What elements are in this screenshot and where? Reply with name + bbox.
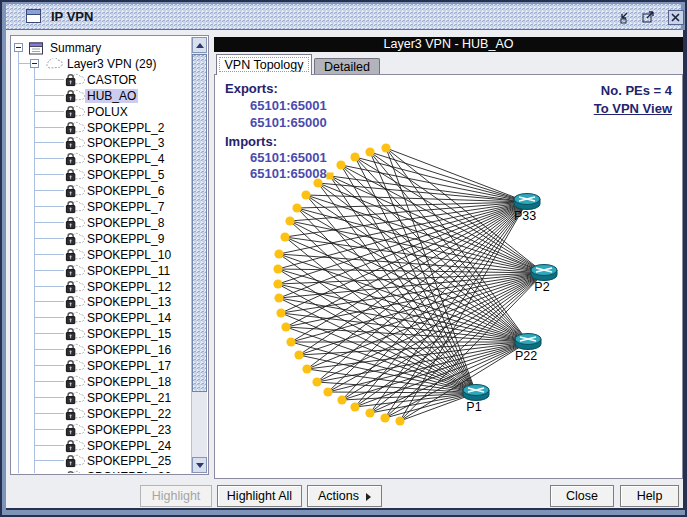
tree-item-spokeppl_22[interactable]: SPOKEPPL_22 bbox=[12, 406, 192, 422]
tab-vpn-topology[interactable]: VPN Topology bbox=[216, 54, 312, 75]
tree-item-spokeppl_15[interactable]: SPOKEPPL_15 bbox=[12, 326, 192, 342]
site-node[interactable] bbox=[301, 190, 310, 199]
topology-canvas[interactable]: P33P2P22P1 bbox=[215, 75, 682, 478]
tree-item-layer3-vpn[interactable]: Layer3 VPN (29) bbox=[12, 56, 192, 72]
tree-item-spokeppl_12[interactable]: SPOKEPPL_12 bbox=[12, 279, 192, 295]
site-node[interactable] bbox=[302, 364, 311, 373]
tree-item-spokeppl_4[interactable]: SPOKEPPL_4 bbox=[12, 151, 192, 167]
tree-item-summary[interactable]: Summary bbox=[12, 40, 192, 56]
tree-item-castor[interactable]: CASTOR bbox=[12, 72, 192, 88]
tree-item-spokeppl_17[interactable]: SPOKEPPL_17 bbox=[12, 358, 192, 374]
tree-item-spokeppl_2[interactable]: SPOKEPPL_2 bbox=[12, 120, 192, 136]
site-node[interactable] bbox=[365, 147, 374, 156]
tab-detailed[interactable]: Detailed bbox=[314, 58, 380, 75]
site-node[interactable] bbox=[381, 143, 390, 152]
close-window-icon[interactable] bbox=[668, 10, 684, 25]
help-button[interactable]: Help bbox=[620, 485, 679, 507]
maximize-button[interactable] bbox=[640, 10, 656, 25]
highlight-all-button[interactable]: Highlight All bbox=[217, 485, 302, 507]
tree-item-label: SPOKEPPL_18 bbox=[85, 375, 173, 389]
site-node[interactable] bbox=[327, 173, 334, 180]
router-node-p22[interactable]: P22 bbox=[515, 334, 541, 364]
exports-label: Exports: bbox=[225, 81, 278, 96]
tree-item-spokeppl_11[interactable]: SPOKEPPL_11 bbox=[12, 263, 192, 279]
site-node[interactable] bbox=[286, 337, 295, 346]
topology-view: P33P2P22P1 Exports: 65101:65001 65101:65… bbox=[214, 74, 683, 479]
tree-item-label: SPOKEPPL_6 bbox=[85, 184, 166, 198]
actions-button[interactable]: Actions bbox=[307, 485, 382, 507]
tree-item-spokeppl_21[interactable]: SPOKEPPL_21 bbox=[12, 390, 192, 406]
site-node[interactable] bbox=[280, 232, 289, 241]
site-node[interactable] bbox=[273, 264, 282, 273]
scrollbar-thumb[interactable] bbox=[192, 54, 207, 392]
site-node[interactable] bbox=[285, 216, 294, 225]
actions-label: Actions bbox=[318, 489, 359, 503]
tree-item-label: SPOKEPPL_17 bbox=[85, 359, 173, 373]
tree-item-spokeppl_8[interactable]: SPOKEPPL_8 bbox=[12, 215, 192, 231]
tree-item-spokeppl_25[interactable]: SPOKEPPL_25 bbox=[12, 453, 192, 469]
tree-item-label: HUB_AO bbox=[85, 89, 138, 103]
tree-item-label: Summary bbox=[48, 41, 103, 55]
tree-item-spokeppl_23[interactable]: SPOKEPPL_23 bbox=[12, 422, 192, 438]
tree-item-polux[interactable]: POLUX bbox=[12, 104, 192, 120]
tree-item-spokeppl_24[interactable]: SPOKEPPL_24 bbox=[12, 438, 192, 454]
tree-item-spokeppl_3[interactable]: SPOKEPPL_3 bbox=[12, 135, 192, 151]
highlight-button[interactable]: Highlight bbox=[140, 485, 212, 507]
arrow-up-icon bbox=[196, 43, 204, 48]
titlebar[interactable]: IP VPN bbox=[6, 4, 681, 30]
collapse-toggle[interactable] bbox=[30, 59, 39, 68]
site-node[interactable] bbox=[365, 408, 374, 417]
export-rt-2: 65101:65000 bbox=[250, 115, 327, 130]
scroll-down-button[interactable] bbox=[192, 457, 207, 473]
import-rt-2: 65101:65008 bbox=[250, 166, 327, 181]
site-node[interactable] bbox=[337, 395, 346, 404]
site-node[interactable] bbox=[276, 308, 285, 317]
tree-item-label: Layer3 VPN (29) bbox=[65, 57, 158, 71]
tree-item-spokeppl_13[interactable]: SPOKEPPL_13 bbox=[12, 294, 192, 310]
tree-item-label: SPOKEPPL_22 bbox=[85, 407, 173, 421]
tree-item-hub_ao[interactable]: HUB_AO bbox=[12, 88, 192, 104]
site-node[interactable] bbox=[274, 249, 283, 258]
site-node[interactable] bbox=[273, 279, 282, 288]
site-node[interactable] bbox=[312, 377, 321, 386]
site-node[interactable] bbox=[350, 402, 359, 411]
tree-item-spokeppl_5[interactable]: SPOKEPPL_5 bbox=[12, 167, 192, 183]
tree-item-label: SPOKEPPL_14 bbox=[85, 311, 173, 325]
tree-item-spokeppl_7[interactable]: SPOKEPPL_7 bbox=[12, 199, 192, 215]
tree-item-spokeppl_14[interactable]: SPOKEPPL_14 bbox=[12, 310, 192, 326]
tree-item-spokeppl_16[interactable]: SPOKEPPL_16 bbox=[12, 342, 192, 358]
router-label: P22 bbox=[515, 349, 537, 363]
tree-item-spokeppl_18[interactable]: SPOKEPPL_18 bbox=[12, 374, 192, 390]
site-node[interactable] bbox=[380, 413, 389, 422]
minimize-button[interactable] bbox=[618, 10, 634, 25]
tree-item-spokeppl_6[interactable]: SPOKEPPL_6 bbox=[12, 183, 192, 199]
close-button[interactable]: Close bbox=[550, 485, 614, 507]
site-node[interactable] bbox=[281, 322, 290, 331]
vpn-tree-panel: SummaryLayer3 VPN (29) CASTOR HUB_AO POL… bbox=[10, 35, 209, 475]
tree-item-label: SPOKEPPL_23 bbox=[85, 423, 173, 437]
site-node[interactable] bbox=[336, 160, 345, 169]
site-node[interactable] bbox=[323, 387, 332, 396]
router-node-p1[interactable]: P1 bbox=[463, 385, 489, 415]
tree-item-label: SPOKEPPL_26 bbox=[85, 470, 173, 473]
router-node-p2[interactable]: P2 bbox=[531, 265, 557, 295]
tree-item-label: SPOKEPPL_25 bbox=[85, 454, 173, 468]
site-node[interactable] bbox=[350, 152, 359, 161]
tree-item-spokeppl_10[interactable]: SPOKEPPL_10 bbox=[12, 247, 192, 263]
frame-line-right bbox=[683, 30, 685, 510]
tree-scrollbar[interactable] bbox=[191, 37, 207, 473]
vpn-tree[interactable]: SummaryLayer3 VPN (29) CASTOR HUB_AO POL… bbox=[12, 37, 192, 473]
tree-item-label: SPOKEPPL_8 bbox=[85, 216, 166, 230]
router-node-p33[interactable]: P33 bbox=[514, 194, 540, 224]
to-vpn-view-link[interactable]: To VPN View bbox=[594, 101, 672, 116]
scroll-up-button[interactable] bbox=[192, 37, 207, 53]
tree-item-label: SPOKEPPL_12 bbox=[85, 280, 173, 294]
site-node[interactable] bbox=[395, 416, 404, 425]
site-node[interactable] bbox=[294, 350, 303, 359]
tree-item-label: SPOKEPPL_21 bbox=[85, 391, 173, 405]
site-node[interactable] bbox=[292, 203, 301, 212]
tree-item-spokeppl_26[interactable]: SPOKEPPL_26 bbox=[12, 469, 192, 473]
site-node[interactable] bbox=[274, 293, 283, 302]
collapse-toggle[interactable] bbox=[14, 43, 23, 52]
tree-item-spokeppl_9[interactable]: SPOKEPPL_9 bbox=[12, 231, 192, 247]
